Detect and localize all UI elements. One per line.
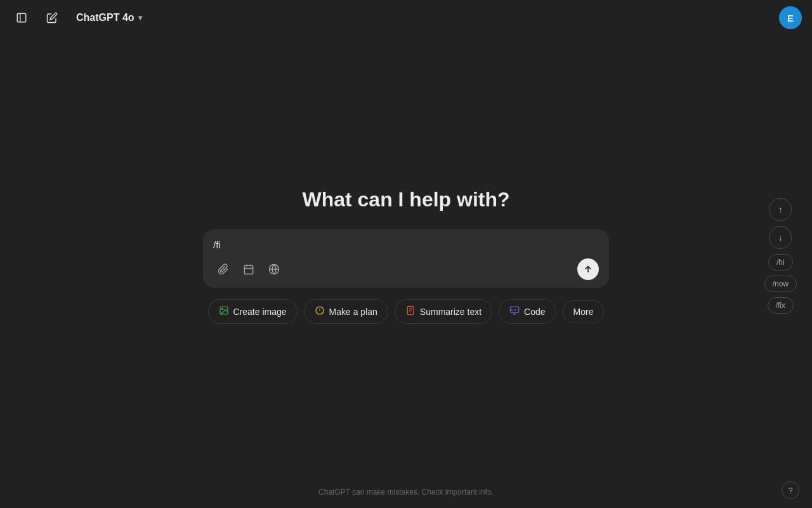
send-button[interactable] (577, 258, 599, 280)
chip-create-image[interactable]: Create image (208, 299, 298, 324)
chat-input[interactable]: /fi (213, 238, 599, 253)
headline: What can I help with? (302, 188, 509, 211)
footer-text: ChatGPT can make mistakes. Check importa… (318, 488, 494, 497)
model-name: ChatGPT 4o (76, 12, 134, 23)
summarize-text-icon (405, 305, 416, 318)
topbar-left: ChatGPT 4o ▾ (10, 6, 147, 29)
chip-create-image-label: Create image (233, 307, 287, 317)
attach-button[interactable] (213, 259, 233, 279)
make-a-plan-icon (315, 305, 325, 318)
svg-rect-14 (407, 307, 413, 315)
svg-rect-0 (17, 13, 26, 22)
model-selector-button[interactable]: ChatGPT 4o ▾ (71, 8, 147, 27)
chevron-down-icon: ▾ (138, 13, 142, 22)
input-icons (213, 259, 284, 279)
help-icon: ? (788, 486, 792, 495)
input-row: /fi (213, 238, 599, 253)
code-icon (509, 305, 520, 318)
chip-more-label: More (573, 307, 594, 317)
topbar: ChatGPT 4o ▾ E (0, 0, 812, 36)
avatar[interactable]: E (779, 6, 802, 29)
chip-code-label: Code (524, 307, 545, 317)
chip-code[interactable]: Code (499, 299, 556, 324)
sidebar-toggle-button[interactable] (10, 6, 33, 29)
input-bottom-row (213, 258, 599, 280)
shortcut-up-arrow[interactable]: ↑ (769, 198, 792, 221)
calendar-button[interactable] (239, 259, 259, 279)
chat-input-container: /fi (203, 229, 609, 288)
shortcut-now[interactable]: /now (764, 276, 797, 292)
help-button[interactable]: ? (782, 481, 799, 499)
chip-summarize-text-label: Summarize text (420, 307, 481, 317)
globe-button[interactable] (264, 259, 284, 279)
shortcut-down-arrow[interactable]: ↓ (769, 226, 792, 249)
shortcut-hi[interactable]: /hi (768, 254, 793, 271)
footer: ChatGPT can make mistakes. Check importa… (0, 476, 812, 508)
create-image-icon (219, 305, 229, 318)
svg-point-10 (221, 309, 223, 310)
chip-make-a-plan-label: Make a plan (329, 307, 377, 317)
main-content: What can I help with? /fi (0, 36, 812, 476)
compose-button[interactable] (41, 6, 63, 29)
shortcut-fix[interactable]: /fix (768, 297, 794, 314)
right-shortcuts: ↑ ↓ /hi /now /fix (764, 198, 797, 314)
chip-make-a-plan[interactable]: Make a plan (304, 299, 388, 324)
suggestions: Create image Make a plan Su (208, 299, 605, 324)
chip-summarize-text[interactable]: Summarize text (395, 299, 492, 324)
svg-rect-2 (244, 265, 253, 274)
chip-more[interactable]: More (563, 300, 605, 323)
